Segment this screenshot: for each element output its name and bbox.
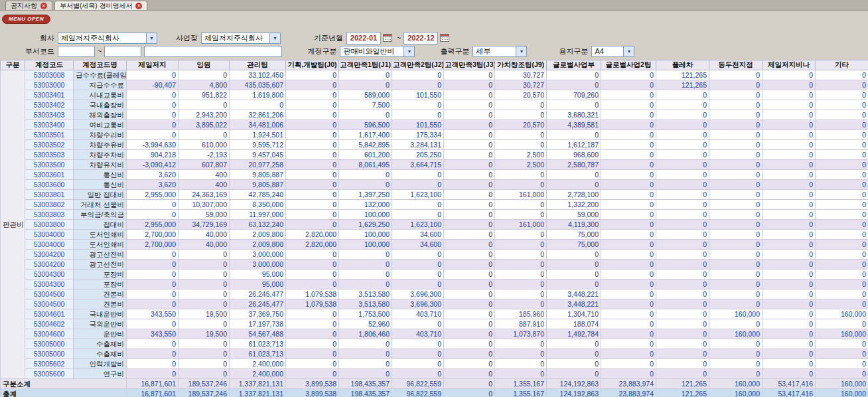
site-select[interactable]: 제일저지주식회사 ▼ bbox=[201, 33, 281, 44]
table-row[interactable]: 53005600연구비002,400,00000000000000 bbox=[1, 369, 868, 379]
menu-open-button[interactable]: MENU OPEN bbox=[2, 15, 50, 24]
amount-cell: 0 bbox=[656, 279, 709, 289]
period-to-input[interactable] bbox=[403, 32, 438, 44]
account-name-cell: 견본비 bbox=[74, 289, 127, 299]
table-row[interactable]: 53003403해외출장비02,943,20032,861,206000003,… bbox=[1, 110, 868, 120]
dept-code-to-input[interactable] bbox=[104, 46, 141, 57]
amount-cell: 0 bbox=[179, 289, 230, 299]
amount-cell: 0 bbox=[762, 309, 816, 319]
period-from-input[interactable] bbox=[346, 32, 381, 44]
amount-cell: 1,753,500 bbox=[339, 309, 392, 319]
amount-cell: 0 bbox=[601, 80, 656, 90]
column-header: 고객만족1팀(J1) bbox=[339, 60, 392, 70]
amount-cell: 0 bbox=[339, 359, 392, 369]
table-row[interactable]: 53003803부의금/축의금059,00011,997,0000100,000… bbox=[1, 210, 868, 220]
amount-cell: 0 bbox=[656, 180, 709, 190]
amount-cell: 0 bbox=[547, 349, 601, 359]
amount-cell: 16,871,601 bbox=[127, 379, 179, 389]
tab-close-icon[interactable]: ✕ bbox=[40, 3, 47, 9]
paper-type-select[interactable]: A4 ▼ bbox=[591, 46, 634, 57]
table-row[interactable]: 53004602국외운반비0017,197,738052,96000887,91… bbox=[1, 319, 868, 329]
tab-close-icon[interactable]: ✕ bbox=[135, 3, 142, 9]
amount-cell: 0 bbox=[762, 260, 816, 270]
tab-expense-report[interactable]: 부서별(세목) 경비명세서 ✕ bbox=[54, 1, 147, 10]
table-row[interactable]: 53004300포장비0095,00000000000000 bbox=[1, 279, 868, 289]
account-name-cell: 광고선전비 bbox=[74, 260, 127, 270]
dept-name-input[interactable] bbox=[144, 46, 282, 57]
table-row[interactable]: 53004300포장비0095,00000000000000 bbox=[1, 270, 868, 279]
table-row[interactable]: 53005000수출제비0061,023,71300000000000 bbox=[1, 339, 868, 349]
amount-cell: 101,550 bbox=[392, 90, 444, 100]
table-row[interactable]: 53003400여비교통비03,895,02234,481,0060596,50… bbox=[1, 120, 868, 130]
amount-cell: 0 bbox=[762, 270, 816, 279]
dept-code-from-input[interactable] bbox=[58, 46, 95, 57]
table-row[interactable]: 판관비53003008급수수료(클레임)0033,102,450000030,7… bbox=[1, 70, 868, 80]
amount-cell: 0 bbox=[127, 110, 179, 120]
table-row[interactable]: 53004000도서인쇄비2,700,00040,0002,009,8002,8… bbox=[1, 240, 868, 250]
table-row[interactable]: 53004601국내운반비343,55019,50037,369,75001,7… bbox=[1, 309, 868, 319]
amount-cell: 3,899,538 bbox=[286, 379, 339, 389]
chevron-down-icon[interactable]: ▼ bbox=[269, 33, 280, 43]
amount-cell: 0 bbox=[601, 270, 656, 279]
amount-cell: 0 bbox=[444, 349, 495, 359]
table-row[interactable]: 53005602인력개발비002,400,00000000000000 bbox=[1, 359, 868, 369]
table-row[interactable]: 53004000도서인쇄비2,700,00040,0002,009,8002,8… bbox=[1, 230, 868, 240]
amount-cell: 7,500 bbox=[339, 100, 392, 110]
table-row[interactable]: 53003401시내교통비0951,8221,619,8000589,00010… bbox=[1, 90, 868, 100]
account-type-select[interactable]: 판매비와일반비 ▼ bbox=[340, 46, 415, 57]
account-name-cell: 차량유지비 bbox=[74, 160, 127, 170]
amount-cell: 0 bbox=[127, 369, 179, 379]
amount-cell: 0 bbox=[179, 100, 230, 110]
table-row[interactable]: 53003000지급수수료-90,4074,800435,035,6070000… bbox=[1, 80, 868, 90]
table-row[interactable]: 53003801일반 접대비2,955,00024,363,16942,785,… bbox=[1, 190, 868, 200]
amount-cell: 0 bbox=[762, 80, 816, 90]
chevron-down-icon[interactable]: ▼ bbox=[146, 33, 157, 43]
table-row[interactable]: 53003500차량유지비-3,090,412607,80720,977,258… bbox=[1, 160, 868, 170]
amount-cell: 0 bbox=[392, 200, 444, 210]
table-row[interactable]: 53003502차량주유비-3,994,630610,0009,595,7120… bbox=[1, 140, 868, 150]
calendar-icon[interactable] bbox=[440, 33, 449, 43]
amount-cell: 0 bbox=[816, 70, 868, 80]
amount-cell: 0 bbox=[286, 140, 339, 150]
tab-notice[interactable]: 공지사항 ✕ bbox=[5, 1, 52, 10]
amount-cell: 0 bbox=[709, 260, 762, 270]
amount-cell: 121,265 bbox=[656, 80, 709, 90]
chevron-down-icon[interactable]: ▼ bbox=[623, 46, 634, 56]
table-row[interactable]: 53004500견본비0026,245,4771,079,5383,513,58… bbox=[1, 289, 868, 299]
table-row[interactable]: 53004200광고선전비003,000,00000000000000 bbox=[1, 260, 868, 270]
account-code-cell: 53003600 bbox=[25, 180, 74, 190]
table-row[interactable]: 53003600통신비3,6204009,805,88700000000000 bbox=[1, 180, 868, 190]
company-select[interactable]: 제일저지주식회사 ▼ bbox=[58, 33, 157, 44]
output-type-select[interactable]: 세부 ▼ bbox=[472, 46, 527, 57]
column-header: 기타 bbox=[816, 60, 868, 70]
amount-cell: 0 bbox=[547, 100, 601, 110]
amount-cell: 0 bbox=[656, 230, 709, 240]
table-row[interactable]: 53003503차량주차비904,218-2,1939,457,0450601,… bbox=[1, 150, 868, 160]
table-row[interactable]: 53003601통신비3,6204009,805,88700000000000 bbox=[1, 170, 868, 180]
amount-cell: 160,000 bbox=[816, 329, 868, 339]
amount-cell: 0 bbox=[286, 359, 339, 369]
amount-cell: 0 bbox=[816, 120, 868, 130]
amount-cell: 59,000 bbox=[547, 210, 601, 220]
table-row[interactable]: 53003402국내출장비00007,500000000000 bbox=[1, 100, 868, 110]
amount-cell: 0 bbox=[601, 329, 656, 339]
chevron-down-icon[interactable]: ▼ bbox=[403, 46, 414, 56]
amount-cell: 2,955,000 bbox=[127, 190, 179, 200]
table-row[interactable]: 53003501차량수리비001,924,50101,617,400175,33… bbox=[1, 130, 868, 140]
amount-cell: 0 bbox=[339, 250, 392, 260]
chevron-down-icon[interactable]: ▼ bbox=[516, 46, 526, 56]
table-row[interactable]: 53004200광고선전비003,000,00000000000000 bbox=[1, 250, 868, 260]
table-row[interactable]: 53004500견본비0026,245,4771,079,5383,513,58… bbox=[1, 299, 868, 309]
table-row[interactable]: 53004600운반비343,55019,50054,567,48801,806… bbox=[1, 329, 868, 339]
amount-cell: 0 bbox=[286, 220, 339, 230]
amount-cell: 0 bbox=[127, 100, 179, 110]
table-row[interactable]: 53003802거래처 선물비010,307,0008,350,0000132,… bbox=[1, 200, 868, 210]
amount-cell: 0 bbox=[656, 369, 709, 379]
calendar-icon[interactable] bbox=[383, 33, 392, 43]
amount-cell: 100,000 bbox=[339, 230, 392, 240]
table-row[interactable]: 53003800접대비2,955,00034,729,16963,132,240… bbox=[1, 220, 868, 230]
table-row[interactable]: 53005000수출제비0061,023,71300000000000 bbox=[1, 349, 868, 359]
amount-cell: 0 bbox=[495, 110, 547, 120]
account-code-cell: 53004601 bbox=[25, 309, 74, 319]
amount-cell: 0 bbox=[762, 329, 816, 339]
